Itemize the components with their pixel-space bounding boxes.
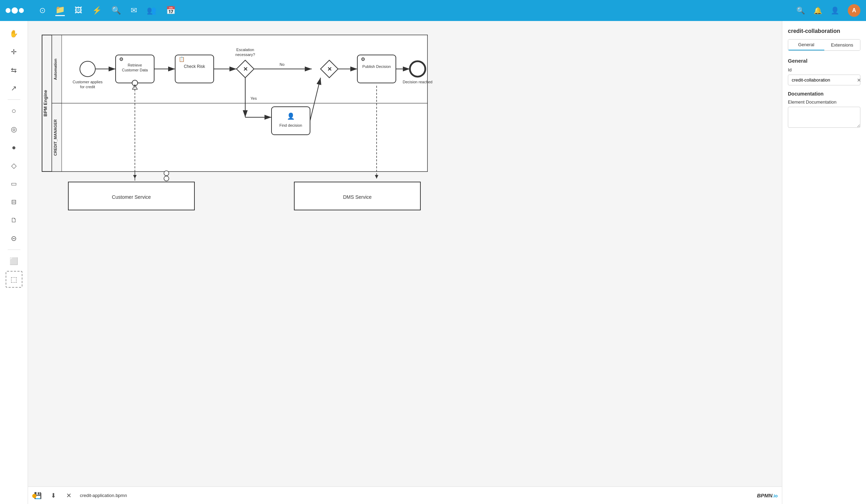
- hand-tool[interactable]: ✋: [6, 25, 22, 42]
- user-avatar[interactable]: A: [848, 4, 860, 17]
- svg-text:DMS Service: DMS Service: [343, 194, 372, 200]
- svg-text:⚙: ⚙: [361, 56, 365, 62]
- svg-text:Decision reached: Decision reached: [403, 80, 433, 84]
- panel-element-doc-textarea[interactable]: [788, 107, 860, 128]
- svg-text:Find decision: Find decision: [280, 123, 302, 127]
- svg-text:📋: 📋: [179, 56, 185, 62]
- nav-photos-icon[interactable]: 🖼: [75, 6, 82, 15]
- svg-text:Customer Service: Customer Service: [112, 194, 151, 200]
- filename-label: credit-application.bpmn: [80, 493, 127, 498]
- svg-text:Escalation: Escalation: [236, 48, 254, 52]
- svg-text:👤: 👤: [287, 112, 295, 120]
- app-logo: [6, 7, 24, 14]
- navbar: ⊙ 📁 🖼 ⚡ 🔍 ✉ 👥 📅 🔍 🔔 👤 A: [0, 0, 866, 21]
- nav-activity-icon[interactable]: ⚡: [92, 6, 102, 15]
- notifications-icon[interactable]: 🔔: [813, 6, 822, 15]
- panel-id-label: Id: [788, 67, 860, 72]
- rectangle-tool[interactable]: ▭: [6, 175, 22, 192]
- toolbar-divider-1: [8, 99, 20, 100]
- logo-circle-3: [19, 8, 24, 13]
- diamond-tool[interactable]: ◇: [6, 157, 22, 174]
- nav-people-icon[interactable]: 👥: [147, 6, 156, 15]
- panel-id-row: ✕: [788, 75, 860, 85]
- logo-circle-1: [6, 8, 11, 13]
- lasso-tool[interactable]: ↗: [6, 80, 22, 97]
- svg-point-9: [80, 61, 95, 77]
- tab-extensions[interactable]: Extensions: [824, 40, 860, 50]
- svg-text:Yes: Yes: [250, 96, 257, 100]
- frame-tool[interactable]: ⬜: [6, 253, 22, 270]
- svg-text:Publish Decision: Publish Decision: [362, 64, 391, 69]
- status-dot: [32, 494, 36, 498]
- nav-icons: ⊙ 📁 🖼 ⚡ 🔍 ✉ 👥 📅: [39, 5, 176, 16]
- svg-text:Check Risk: Check Risk: [184, 64, 206, 69]
- svg-text:Automation: Automation: [53, 58, 57, 80]
- navbar-right: 🔍 🔔 👤 A: [796, 4, 860, 17]
- svg-text:⚙: ⚙: [119, 56, 124, 62]
- svg-text:✕: ✕: [243, 66, 248, 72]
- svg-text:Customer Data: Customer Data: [122, 68, 148, 72]
- panel-element-doc-label: Element Documentation: [788, 99, 860, 105]
- left-toolbar: ✋ ✛ ⇆ ↗ ○ ◎ ● ◇ ▭ ⊟ 🗋 ⊝ ⬜ ⬚: [0, 21, 28, 504]
- bpmn-logo: BPMN.io: [757, 492, 778, 498]
- svg-text:for credit: for credit: [80, 85, 95, 89]
- svg-text:Customer applies: Customer applies: [73, 80, 103, 84]
- cylinder-tool[interactable]: ⊝: [6, 230, 22, 247]
- download-button[interactable]: ⬇: [48, 490, 59, 501]
- subprocess-tool[interactable]: ⊟: [6, 194, 22, 210]
- svg-point-58: [164, 171, 169, 176]
- search-icon[interactable]: 🔍: [796, 6, 805, 15]
- connect-tool[interactable]: ⇆: [6, 62, 22, 78]
- panel-section-general: General: [788, 58, 860, 64]
- tab-general[interactable]: General: [788, 40, 824, 50]
- nav-files-icon[interactable]: 📁: [55, 5, 65, 16]
- logo-circles: [6, 7, 24, 14]
- bpmn-diagram-svg: BPM Engine Automation CREDIT_MANAGER Cus…: [39, 31, 522, 248]
- main-canvas[interactable]: BPM Engine Automation CREDIT_MANAGER Cus…: [28, 21, 782, 504]
- svg-point-44: [410, 61, 425, 77]
- nav-calendar-icon[interactable]: 📅: [166, 6, 176, 15]
- panel-title: credit-collaboration: [788, 28, 860, 34]
- svg-rect-6: [52, 103, 427, 172]
- svg-point-50: [164, 176, 169, 181]
- svg-rect-32: [272, 107, 310, 135]
- svg-text:Retrieve: Retrieve: [128, 63, 142, 67]
- double-circle-tool[interactable]: ◎: [6, 121, 22, 138]
- logo-circle-2: [12, 7, 18, 14]
- move-tool[interactable]: ✛: [6, 43, 22, 60]
- clear-id-icon[interactable]: ✕: [854, 76, 864, 84]
- nav-mail-icon[interactable]: ✉: [131, 6, 137, 15]
- svg-text:necessary?: necessary?: [235, 52, 255, 57]
- nav-search-icon[interactable]: 🔍: [111, 6, 121, 15]
- svg-text:BPM Engine: BPM Engine: [43, 90, 48, 117]
- bold-circle-tool[interactable]: ●: [6, 139, 22, 156]
- svg-text:✕: ✕: [327, 66, 332, 72]
- svg-marker-49: [375, 175, 378, 178]
- toolbar-divider-2: [8, 250, 20, 250]
- dashed-select-tool[interactable]: ⬚: [6, 271, 22, 288]
- nav-home-icon[interactable]: ⊙: [39, 6, 46, 15]
- panel-id-input[interactable]: [788, 75, 854, 85]
- close-button[interactable]: ✕: [63, 490, 74, 501]
- right-panel: credit-collaboration General Extensions …: [782, 21, 866, 504]
- account-icon[interactable]: 👤: [831, 6, 839, 15]
- svg-text:No: No: [280, 62, 284, 66]
- bottom-bar: 💾 ⬇ ✕ credit-application.bpmn BPMN.io: [28, 486, 782, 504]
- svg-text:CREDIT_MANAGER: CREDIT_MANAGER: [53, 119, 57, 156]
- panel-tabs: General Extensions: [788, 39, 860, 51]
- panel-doc-label: Documentation: [788, 91, 860, 97]
- document-tool[interactable]: 🗋: [6, 212, 22, 229]
- circle-tool[interactable]: ○: [6, 103, 22, 119]
